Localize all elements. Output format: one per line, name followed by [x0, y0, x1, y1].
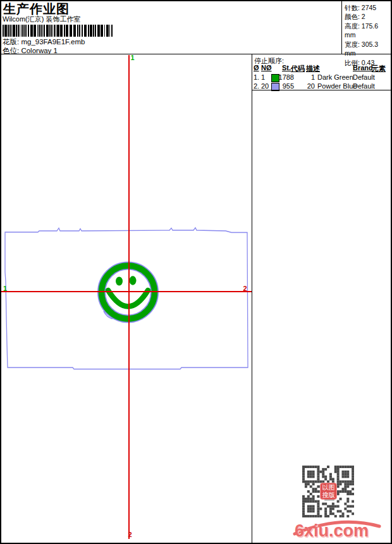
col-header-element: 元素: [372, 64, 386, 73]
row2-description: Powder Blue: [317, 82, 357, 90]
production-worksheet: 生产作业图 Wilcom(汇京) 装饰工作室 花版: mg_93FA9E1F.e…: [0, 0, 392, 544]
design-height: 高度: 175.6 mm: [345, 22, 390, 40]
smiley-right-eye: [130, 276, 137, 285]
design-info-box: 针数: 2745 颜色: 2 高度: 175.6 mm 宽度: 305.3 mm…: [341, 1, 390, 54]
smiley-mouth: [108, 290, 148, 307]
end-marker-right: 2: [243, 285, 247, 292]
col-header-description: 描述: [306, 64, 320, 73]
table-divider: [252, 90, 392, 90]
start-marker-top: 1: [131, 54, 135, 61]
row1-stitches: 1788: [277, 73, 294, 81]
stitch-outline-rectangle: [5, 228, 248, 369]
stop-sequence-table: Ø NØ St. 代码 描述 Brand 元素 1. 1 1788 1 Dark…: [252, 54, 392, 90]
row1-description: Dark Green: [317, 73, 353, 81]
row2-stitches: 955: [277, 82, 294, 90]
panel-divider: [252, 54, 252, 543]
row2-number: 2.: [254, 82, 259, 90]
row2-code: 20: [296, 82, 315, 90]
row1-needle: 1: [261, 73, 265, 81]
site-watermark: 6xiu.com: [295, 521, 391, 541]
row2-needle: 20: [261, 82, 269, 90]
barcode-icon: [2, 25, 116, 37]
qr-center-badge: 以图搜版: [320, 483, 337, 500]
smiley-left-eye: [116, 277, 123, 286]
design-filename-label: 花版:: [3, 38, 19, 46]
col-header-needle: NØ: [261, 64, 272, 71]
col-header-number: Ø: [254, 64, 259, 71]
row1-code: 1: [296, 73, 315, 81]
col-header-stitches: St.: [282, 64, 291, 71]
row2-brand: Default: [353, 82, 375, 90]
software-name: Wilcom(汇京) 装饰工作室: [3, 15, 80, 24]
design-filename-value: mg_93FA9E1F.emb: [21, 38, 85, 46]
end-marker-bottom: 2: [128, 531, 132, 538]
row1-brand: Default: [353, 73, 375, 81]
color-count: 颜色: 2: [345, 12, 390, 21]
row1-number: 1.: [254, 73, 259, 81]
col-header-code: 代码: [291, 64, 305, 73]
stitch-count: 针数: 2745: [345, 3, 390, 12]
col-header-brand: Brand: [353, 64, 373, 71]
design-canvas: 1 1 2 2: [0, 54, 252, 543]
start-marker-left: 1: [3, 285, 7, 292]
design-filename: 花版: mg_93FA9E1F.emb: [3, 37, 85, 47]
